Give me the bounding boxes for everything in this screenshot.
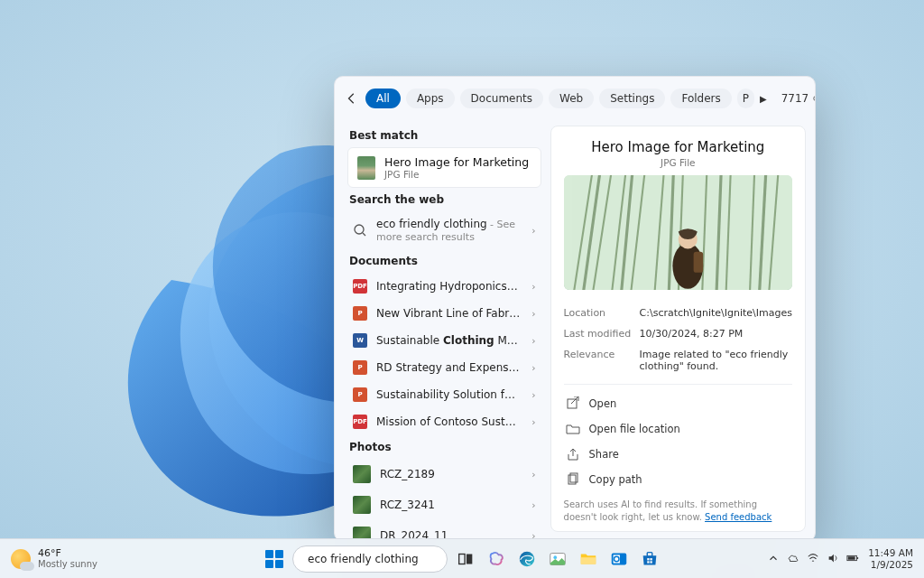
svg-rect-40 [650, 558, 651, 560]
action-open[interactable]: Open [564, 392, 792, 415]
explorer-icon[interactable] [576, 546, 601, 572]
svg-rect-39 [647, 558, 649, 560]
svg-rect-24 [568, 399, 577, 408]
battery-icon[interactable] [846, 552, 859, 566]
chevron-right-icon: › [531, 469, 535, 480]
preview-metadata: Location C:\scratch\Ignite\Ignite\Images… [564, 303, 792, 377]
send-feedback-link[interactable]: Send feedback [705, 512, 772, 522]
tab-more[interactable]: P [737, 89, 754, 108]
chevron-right-icon: › [531, 389, 535, 401]
search-input[interactable] [308, 553, 443, 565]
rewards-points[interactable]: 7717 [781, 92, 816, 105]
photo-thumbnail [353, 465, 371, 483]
ai-disclaimer: Search uses AI to find results. If somet… [564, 491, 792, 524]
svg-rect-45 [848, 556, 855, 560]
onedrive-icon[interactable] [787, 552, 799, 566]
section-best-match: Best match [349, 129, 540, 142]
taskbar: 46°F Mostly sunny 11:49 AM 1/9/2025 [0, 538, 924, 578]
edge-icon[interactable] [514, 546, 540, 572]
taskbar-search[interactable] [292, 545, 448, 573]
pdf-file-icon: PDF [353, 279, 367, 294]
svg-rect-41 [647, 561, 649, 563]
points-value: 7717 [781, 92, 809, 105]
photo-thumbnail [353, 496, 371, 514]
meta-relevance-value: Image related to "eco friendly clothing"… [640, 349, 792, 372]
svg-rect-29 [459, 554, 465, 564]
results-list: Best match Hero Image for Marketing JPG … [335, 120, 549, 541]
search-header: All Apps Documents Web Settings Folders … [335, 77, 815, 120]
wifi-icon[interactable] [807, 552, 819, 566]
section-search-web: Search the web [349, 193, 540, 206]
action-open-label: Open [589, 397, 617, 410]
action-open-location-label: Open file location [589, 423, 680, 435]
rewards-icon [812, 92, 816, 105]
best-match-title: Hero Image for Marketing [384, 155, 529, 169]
back-button[interactable] [346, 86, 358, 111]
action-copy-path[interactable]: Copy path [564, 468, 792, 491]
chevron-right-icon: › [531, 335, 535, 347]
photo-result[interactable]: RCZ_2189› [347, 459, 541, 489]
taskbar-tray: 11:49 AM 1/9/2025 [767, 547, 924, 570]
document-label: New Vibrant Line of Fabrics [376, 307, 521, 320]
volume-icon[interactable] [827, 552, 839, 566]
taskbar-clock[interactable]: 11:49 AM 1/9/2025 [868, 547, 913, 570]
photos-app-icon[interactable] [545, 546, 570, 572]
tab-folders[interactable]: Folders [670, 89, 731, 108]
svg-rect-38 [647, 552, 652, 556]
svg-line-4 [363, 233, 365, 236]
svg-point-3 [355, 225, 364, 234]
tray-overflow-icon[interactable] [767, 552, 780, 566]
preview-pane: Hero Image for Marketing JPG File [550, 126, 806, 532]
svg-rect-34 [581, 557, 596, 564]
action-share[interactable]: Share [564, 443, 792, 466]
share-icon [566, 447, 580, 461]
document-result[interactable]: WSustainable Clothing Marketing ...› [347, 327, 541, 354]
document-result[interactable]: PRD Strategy and Expenses› [347, 354, 541, 381]
action-open-location[interactable]: Open file location [564, 417, 792, 441]
task-view-icon[interactable] [453, 546, 478, 572]
open-icon [566, 396, 580, 411]
start-button[interactable] [262, 546, 287, 572]
svg-point-1 [814, 96, 816, 100]
section-documents: Documents [349, 255, 540, 267]
svg-point-33 [553, 555, 557, 559]
document-result[interactable]: PSustainability Solution for Future ...› [347, 381, 541, 408]
taskbar-weather[interactable]: 46°F Mostly sunny [0, 548, 97, 569]
action-copy-path-label: Copy path [589, 473, 642, 486]
copilot-taskbar-icon[interactable] [484, 546, 509, 572]
photo-label: RCZ_2189 [380, 468, 435, 480]
best-match-subtitle: JPG File [384, 169, 529, 180]
tabs-overflow-icon[interactable]: ▶ [760, 94, 767, 104]
meta-relevance-key: Relevance [564, 349, 640, 372]
search-panel: All Apps Documents Web Settings Folders … [334, 76, 816, 542]
ppt-file-icon: P [353, 306, 367, 321]
tab-documents[interactable]: Documents [460, 89, 543, 108]
ppt-file-icon: P [353, 360, 367, 375]
doc-file-icon: W [353, 333, 367, 348]
preview-image [564, 175, 792, 290]
meta-location-value: C:\scratch\Ignite\Ignite\Images [640, 307, 792, 319]
document-result[interactable]: PDFMission of Contoso Sustainable F...› [347, 408, 541, 435]
best-match-result[interactable]: Hero Image for Marketing JPG File [347, 147, 541, 188]
outlook-icon[interactable] [606, 546, 632, 572]
document-label: Sustainable Clothing Marketing ... [376, 334, 521, 347]
meta-modified-key: Last modified [564, 328, 640, 340]
document-result[interactable]: PNew Vibrant Line of Fabrics› [347, 300, 541, 327]
tab-apps[interactable]: Apps [406, 89, 455, 108]
web-search-result[interactable]: eco friendly clothing - See more search … [347, 211, 541, 249]
weather-condition: Mostly sunny [38, 559, 97, 569]
tab-all[interactable]: All [365, 89, 401, 108]
tab-web[interactable]: Web [549, 89, 594, 108]
document-result[interactable]: PDFIntegrating Hydroponics in Manu...› [347, 273, 541, 300]
taskbar-center [262, 545, 662, 573]
tab-settings[interactable]: Settings [599, 89, 665, 108]
store-icon[interactable] [637, 546, 662, 572]
search-icon [353, 223, 367, 238]
weather-temp: 46°F [38, 548, 97, 559]
action-share-label: Share [589, 448, 619, 461]
chevron-right-icon: › [531, 308, 535, 320]
document-label: Sustainability Solution for Future ... [376, 388, 521, 401]
photo-result[interactable]: RCZ_3241› [347, 489, 541, 520]
filter-tabs: All Apps Documents Web Settings Folders … [365, 89, 767, 108]
copy-icon [566, 472, 580, 487]
